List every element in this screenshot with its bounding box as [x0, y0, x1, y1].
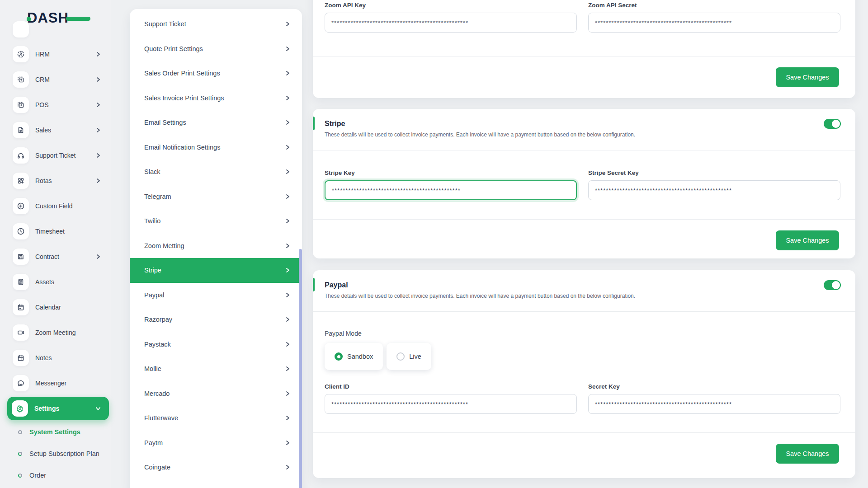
chevron-right-icon: [95, 52, 101, 57]
menu-item-zoom-metting[interactable]: Zoom Metting: [130, 234, 302, 258]
chevron-right-icon: [95, 127, 101, 133]
stripe-key-input[interactable]: [325, 180, 577, 200]
main-content: Zoom API Key Zoom API Secret Save Change…: [313, 0, 855, 488]
menu-item-flutterwave[interactable]: Flutterwave: [130, 406, 302, 431]
menu-item-email-notification-settings[interactable]: Email Notification Settings: [130, 135, 302, 160]
stripe-secret-key-label: Stripe Secret Key: [588, 169, 840, 176]
headset-icon: [13, 147, 29, 164]
bullet-circle-icon: [18, 430, 22, 434]
sidebar-item-sales[interactable]: Sales: [0, 117, 111, 143]
calendar-icon: [13, 299, 29, 315]
stripe-secret-key-input[interactable]: [588, 180, 840, 200]
sidebar-item-crm[interactable]: CRM: [0, 67, 111, 92]
menu-item-razorpay[interactable]: Razorpay: [130, 307, 302, 332]
sidebar-subitem-order[interactable]: Order: [0, 465, 111, 486]
brand-logo-text: DASH: [27, 10, 69, 26]
sidebar-item-hrm[interactable]: HRM: [0, 42, 111, 67]
zoom-api-key-input[interactable]: [325, 13, 577, 33]
section-accent-bar: [313, 117, 315, 130]
stripe-section-title: Stripe: [325, 120, 841, 128]
chat-bubble-icon: [13, 375, 29, 391]
sales-icon: [13, 122, 29, 138]
sidebar-item-contract[interactable]: Contract: [0, 244, 111, 269]
sidebar-item-timesheet[interactable]: Timesheet: [0, 219, 111, 244]
stripe-section-description: These details will be used to collect in…: [325, 131, 841, 138]
sidebar-item-assets[interactable]: Assets: [0, 269, 111, 295]
menu-item-coingate[interactable]: Coingate: [130, 455, 302, 480]
chevron-right-icon: [285, 440, 290, 446]
menu-item-mercado[interactable]: Mercado: [130, 381, 302, 406]
sidebar-subitem-system-settings[interactable]: System Settings: [0, 421, 111, 443]
menu-item-slack[interactable]: Slack: [130, 160, 302, 184]
sidebar-item-settings[interactable]: Settings: [7, 397, 109, 420]
chevron-down-icon: [95, 406, 101, 411]
sidebar-item-custom-field[interactable]: Custom Field: [0, 193, 111, 219]
bullet-circle-icon: [18, 452, 22, 456]
secret-key-input[interactable]: [588, 394, 840, 414]
stripe-card: Stripe These details will be used to col…: [313, 109, 855, 258]
paypal-card: Paypal These details will be used to col…: [313, 270, 855, 478]
sidebar-item-notes[interactable]: Notes: [0, 345, 111, 371]
secret-key-label: Secret Key: [588, 383, 840, 390]
menu-item-twilio[interactable]: Twilio: [130, 209, 302, 234]
chevron-right-icon: [285, 145, 290, 150]
menu-item-email-settings[interactable]: Email Settings: [130, 110, 302, 135]
stripe-enabled-toggle[interactable]: [824, 119, 841, 129]
toggle-knob: [832, 281, 840, 289]
logo-dash-icon: [66, 17, 90, 21]
paypal-mode-sandbox-option[interactable]: Sandbox: [325, 343, 383, 370]
brand-logo[interactable]: DASH: [27, 10, 87, 28]
chevron-right-icon: [95, 77, 101, 82]
bullet-circle-icon: [18, 474, 22, 478]
chevron-right-icon: [285, 169, 290, 174]
menu-item-paystack[interactable]: Paystack: [130, 332, 302, 357]
stripe-key-label: Stripe Key: [325, 169, 577, 176]
menu-item-quote-print-settings[interactable]: Quote Print Settings: [130, 37, 302, 61]
paypal-enabled-toggle[interactable]: [824, 280, 841, 290]
menu-item-skrill[interactable]: Skrill: [130, 480, 302, 488]
paypal-section-title: Paypal: [325, 281, 841, 289]
zoom-api-card: Zoom API Key Zoom API Secret Save Change…: [313, 0, 855, 98]
menu-item-mollie[interactable]: Mollie: [130, 357, 302, 381]
zoom-api-key-label: Zoom API Key: [325, 2, 577, 9]
menu-scrollbar[interactable]: [299, 249, 302, 488]
sidebar-item-zoom-meeting[interactable]: Zoom Meeting: [0, 320, 111, 345]
client-id-label: Client ID: [325, 383, 577, 390]
sidebar-item-rotas[interactable]: Rotas: [0, 168, 111, 193]
chevron-right-icon: [285, 317, 290, 322]
menu-item-telegram[interactable]: Telegram: [130, 184, 302, 209]
sidebar-item-pos[interactable]: POS: [0, 92, 111, 117]
chevron-right-icon: [285, 366, 290, 371]
menu-item-support-ticket[interactable]: Support Ticket: [130, 12, 302, 37]
save-changes-button[interactable]: Save Changes: [776, 230, 839, 250]
chevron-right-icon: [285, 292, 290, 298]
menu-item-sales-invoice-print-settings[interactable]: Sales Invoice Print Settings: [130, 86, 302, 111]
client-id-input[interactable]: [325, 394, 577, 414]
sidebar-item-support-ticket[interactable]: Support Ticket: [0, 143, 111, 168]
scrolled-item-icon-tile: [13, 21, 29, 38]
primary-sidebar: DASH HRM CRM POS Sales: [0, 0, 111, 488]
chevron-right-icon: [285, 415, 290, 421]
sidebar-item-messenger[interactable]: Messenger: [0, 371, 111, 396]
grid-plus-icon: [13, 173, 29, 189]
hrm-icon: [13, 46, 29, 62]
paypal-mode-live-option[interactable]: Live: [387, 343, 431, 370]
contract-icon: [13, 249, 29, 265]
sidebar-subitem-setup-subscription-plan[interactable]: Setup Subscription Plan: [0, 443, 111, 465]
paypal-mode-label: Paypal Mode: [325, 330, 840, 337]
menu-item-paytm[interactable]: Paytm: [130, 431, 302, 455]
radio-selected-icon: [335, 352, 343, 361]
menu-item-stripe[interactable]: Stripe: [130, 258, 302, 283]
zoom-api-secret-label: Zoom API Secret: [588, 2, 840, 9]
save-changes-button[interactable]: Save Changes: [776, 444, 839, 464]
chevron-right-icon: [95, 178, 101, 183]
gear-icon: [12, 400, 28, 417]
chevron-right-icon: [285, 218, 290, 224]
menu-item-paypal[interactable]: Paypal: [130, 283, 302, 308]
sidebar-item-calendar[interactable]: Calendar: [0, 295, 111, 320]
save-changes-button[interactable]: Save Changes: [776, 67, 839, 87]
zoom-api-secret-input[interactable]: [588, 13, 840, 33]
paypal-section-description: These details will be used to collect in…: [325, 293, 841, 299]
section-accent-bar: [313, 278, 315, 291]
menu-item-sales-order-print-settings[interactable]: Sales Order Print Settings: [130, 61, 302, 86]
